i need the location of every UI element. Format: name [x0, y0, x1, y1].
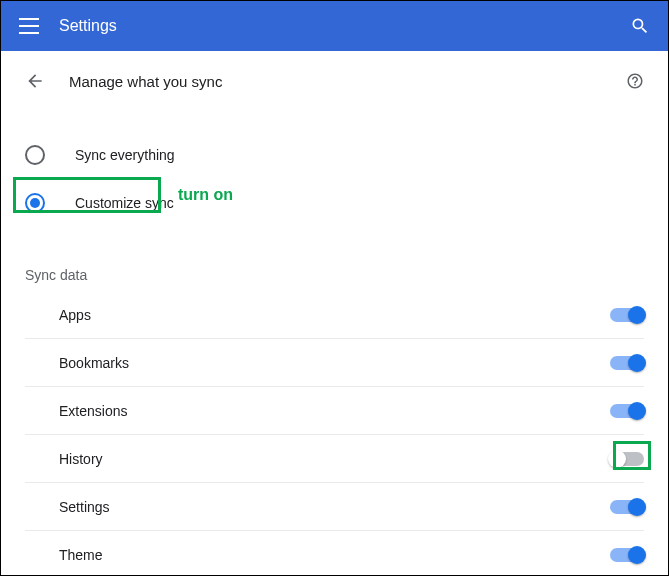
section-title: Sync data	[25, 267, 644, 283]
toggle-switch-apps[interactable]	[610, 308, 644, 322]
toggle-row-theme: Theme	[25, 531, 644, 576]
toggle-label: History	[59, 451, 610, 467]
back-arrow-icon[interactable]	[25, 71, 45, 91]
toggle-label: Apps	[59, 307, 610, 323]
toggle-switch-history[interactable]	[610, 452, 644, 466]
toggle-label: Extensions	[59, 403, 610, 419]
toggle-switch-bookmarks[interactable]	[610, 356, 644, 370]
search-icon[interactable]	[630, 16, 650, 36]
radio-customize-sync[interactable]: Customize sync	[25, 179, 644, 227]
toggle-switch-theme[interactable]	[610, 548, 644, 562]
radio-sync-everything[interactable]: Sync everything	[25, 131, 644, 179]
help-icon[interactable]	[626, 72, 644, 90]
toggle-label: Bookmarks	[59, 355, 610, 371]
app-header: Settings	[1, 1, 668, 51]
menu-icon[interactable]	[19, 18, 39, 34]
annotation-text: turn on	[178, 186, 233, 204]
page-title: Manage what you sync	[69, 73, 222, 90]
toggle-row-extensions: Extensions	[25, 387, 644, 435]
toggle-switch-extensions[interactable]	[610, 404, 644, 418]
toggle-label: Settings	[59, 499, 610, 515]
header-title: Settings	[59, 17, 117, 35]
radio-label: Customize sync	[75, 195, 174, 211]
radio-label: Sync everything	[75, 147, 175, 163]
toggle-row-history: History	[25, 435, 644, 483]
radio-icon-selected[interactable]	[25, 193, 45, 213]
toggle-row-bookmarks: Bookmarks	[25, 339, 644, 387]
toggle-label: Theme	[59, 547, 610, 563]
subheader: Manage what you sync	[1, 51, 668, 91]
content: Sync everything Customize sync Sync data…	[1, 91, 668, 576]
radio-icon[interactable]	[25, 145, 45, 165]
toggle-row-apps: Apps	[25, 291, 644, 339]
toggle-list: Apps Bookmarks Extensions History Settin…	[25, 291, 644, 576]
toggle-switch-settings[interactable]	[610, 500, 644, 514]
toggle-row-settings: Settings	[25, 483, 644, 531]
